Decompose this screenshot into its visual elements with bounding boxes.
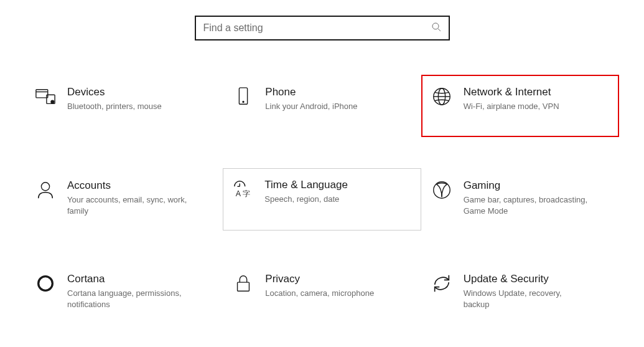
tile-devices[interactable]: Devices Bluetooth, printers, mouse (25, 75, 223, 137)
devices-icon (35, 86, 56, 107)
search-box[interactable] (195, 16, 450, 40)
tile-phone[interactable]: Phone Link your Android, iPhone (223, 75, 421, 137)
tile-desc: Bluetooth, printers, mouse (67, 101, 162, 112)
search-input[interactable] (203, 22, 431, 34)
tile-desc: Game bar, captures, broadcasting, Game M… (464, 194, 588, 216)
tile-desc: Location, camera, microphone (265, 288, 374, 299)
sync-icon (431, 273, 452, 294)
tile-title: Cortana (67, 273, 192, 285)
tile-desc: Link your Android, iPhone (265, 101, 357, 112)
tile-title: Devices (67, 86, 162, 98)
tile-time-language[interactable]: A 字 Time & Language Speech, region, date (223, 168, 421, 231)
cortana-icon (35, 273, 56, 294)
tile-privacy[interactable]: Privacy Location, camera, microphone (223, 262, 421, 324)
tile-title: Phone (265, 86, 357, 98)
tile-title: Privacy (265, 273, 374, 285)
tile-gaming[interactable]: Gaming Game bar, captures, broadcasting,… (421, 168, 619, 231)
svg-point-0 (432, 23, 439, 29)
tile-desc: Cortana language, permissions, notificat… (67, 288, 192, 310)
svg-point-11 (41, 183, 49, 191)
svg-text:字: 字 (243, 189, 250, 198)
svg-text:A: A (236, 189, 241, 198)
time-language-icon: A 字 (232, 179, 253, 200)
tile-accounts[interactable]: Accounts Your accounts, email, sync, wor… (25, 168, 223, 231)
svg-point-7 (243, 102, 244, 103)
tile-desc: Your accounts, email, sync, work, family (67, 194, 192, 216)
tile-network-internet[interactable]: Network & Internet Wi-Fi, airplane mode,… (421, 75, 619, 137)
svg-point-5 (51, 100, 54, 103)
svg-rect-2 (36, 90, 48, 98)
tile-desc: Speech, region, date (264, 194, 348, 205)
search-container (0, 0, 644, 75)
xbox-icon (431, 179, 452, 201)
svg-line-1 (438, 29, 441, 31)
search-icon (431, 22, 441, 34)
tile-title: Update & Security (464, 273, 588, 285)
tile-desc: Wi-Fi, airplane mode, VPN (464, 101, 559, 112)
phone-icon (233, 86, 254, 107)
svg-point-17 (39, 277, 53, 291)
tile-title: Accounts (67, 179, 192, 192)
settings-grid: Devices Bluetooth, printers, mouse Phone… (0, 75, 644, 324)
person-icon (35, 179, 56, 201)
tile-cortana[interactable]: Cortana Cortana language, permissions, n… (25, 262, 223, 324)
tile-desc: Windows Update, recovery, backup (464, 288, 588, 310)
tile-update-security[interactable]: Update & Security Windows Update, recove… (421, 262, 619, 324)
lock-icon (233, 273, 254, 294)
tile-title: Network & Internet (464, 86, 559, 98)
svg-rect-18 (238, 282, 250, 291)
tile-title: Time & Language (264, 179, 348, 191)
globe-icon (431, 86, 452, 107)
tile-title: Gaming (464, 179, 588, 192)
